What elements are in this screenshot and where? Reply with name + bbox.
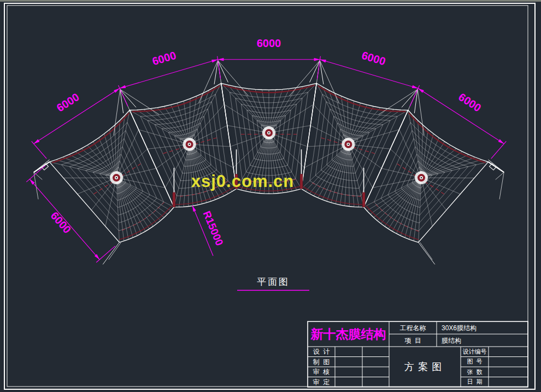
dim-label: 6000 (49, 209, 74, 236)
role-approver-label: 审 定 (308, 377, 335, 387)
role-checker-label: 审 核 (308, 367, 335, 377)
hub-node (342, 138, 355, 151)
item-value: 膜结构 (437, 334, 533, 347)
plan-view-caption: 平面图 (238, 275, 308, 288)
project-name-label: 工程名称 (389, 321, 437, 334)
dim-label: R15000 (201, 209, 226, 248)
dim-label: 6000 (456, 91, 483, 114)
dim-label: 6000 (55, 91, 81, 114)
dim-label: 6000 (151, 49, 178, 68)
dim-label: 6000 (360, 49, 387, 68)
hub-node (110, 171, 123, 184)
role-designer-label: 设 计 (308, 347, 335, 356)
dimension-panel-width: 6000 (217, 37, 320, 61)
mast (34, 160, 121, 264)
design-no-label: 设计编号 (461, 347, 489, 356)
date-label: 日 期 (461, 377, 489, 387)
dim-label: 6000 (257, 37, 281, 49)
dimension-panel-width: 6000 (120, 49, 218, 89)
dimension-band-width: 6000 (26, 166, 115, 262)
drawing-no-label: 图 号 (461, 356, 489, 367)
hub-node (262, 126, 275, 139)
title-block-company: 新十杰膜结构 (308, 322, 389, 347)
watermark-text: xsj0.com.cn (200, 172, 285, 190)
dimension-radius: R15000 (192, 206, 225, 256)
hub-node (183, 138, 196, 151)
sheet-title: 方案图 (389, 347, 461, 387)
sheet-count-label: 张 数 (461, 367, 489, 377)
project-name-value: 30X6膜结构 (437, 321, 533, 334)
hub-node (415, 171, 428, 184)
item-label: 项 目 (389, 334, 437, 347)
dimension-panel-width: 6000 (320, 49, 419, 89)
role-drafter-label: 制 图 (308, 356, 335, 367)
cad-application-window: 600060006000600060006000R15000 xsj0.com.… (0, 0, 541, 392)
